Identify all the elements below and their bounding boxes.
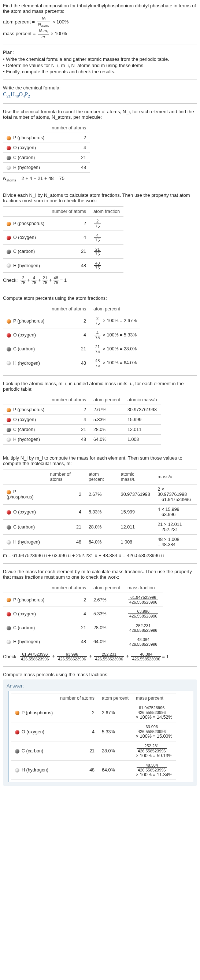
col-number: number of atoms xyxy=(48,123,90,133)
divider xyxy=(3,290,197,290)
element-swatch xyxy=(6,347,11,352)
table-row: C (carbon)2128.0%12.01121 × 12.011= 252.… xyxy=(3,520,197,535)
element-cell: P (phosphorus) xyxy=(3,405,48,415)
table-row: C (carbon)212175 × 100% = 28.0% xyxy=(3,342,140,356)
count-cell: 4 xyxy=(56,722,98,741)
element-swatch xyxy=(6,146,11,150)
col-number: number of atoms xyxy=(48,207,90,216)
percent-cell: 64.0% xyxy=(98,760,132,780)
table-row: C (carbon)212175 xyxy=(3,245,124,258)
massu-cell: 2 × 30.973761998= 61.947523996 xyxy=(154,485,197,505)
percent-cell: 475 × 100% = 5.33% xyxy=(90,328,140,342)
percent-cell: 64.0% xyxy=(85,535,117,550)
element-cell: O (oxygen) xyxy=(3,415,48,425)
percent-cell: 5.33% xyxy=(98,722,132,741)
chemical-formula: C21H48O4P2 xyxy=(3,91,197,98)
table-atom-counts: number of atoms P (phosphorus)2O (oxygen… xyxy=(3,123,90,173)
fraction: 275 xyxy=(94,219,101,228)
element-swatch xyxy=(6,490,11,495)
element-swatch xyxy=(6,612,11,616)
count-atoms-text: Use the chemical formula to count the nu… xyxy=(3,109,197,120)
fraction: 475 xyxy=(94,331,101,340)
element-swatch xyxy=(6,361,11,365)
col-atom-percent: atom percent xyxy=(98,694,132,703)
col-atom-percent: atom percent xyxy=(90,583,124,593)
count-cell: 48 xyxy=(46,535,85,550)
element-swatch xyxy=(15,730,19,735)
col-number: number of atoms xyxy=(56,694,98,703)
count-cell: 4 xyxy=(48,143,90,153)
percent-cell: 64.0% xyxy=(90,635,124,649)
element-cell: O (oxygen) xyxy=(3,505,46,520)
count-cell: 4 xyxy=(46,505,85,520)
col-number: number of atoms xyxy=(48,583,90,593)
element-swatch xyxy=(6,264,11,268)
table-row: O (oxygen)45.33%15.999 xyxy=(3,415,161,425)
write-formula-text: Write the chemical formula: xyxy=(3,85,197,91)
table-mass-percents: number of atomsatom percentmass percent … xyxy=(11,693,176,780)
mass-fraction-cell: 61.947523996426.558523996 xyxy=(124,593,163,607)
percent-cell: 5.33% xyxy=(90,607,124,621)
fraction: 2175 xyxy=(94,345,101,354)
element-cell: H (hydrogen) xyxy=(3,259,48,273)
count-cell: 21 xyxy=(48,425,90,435)
table-row: O (oxygen)4475 xyxy=(3,231,124,245)
element-cell: H (hydrogen) xyxy=(3,635,48,649)
element-swatch xyxy=(6,626,11,630)
compute-atom-pct-text: Compute atom percents using the atom fra… xyxy=(3,295,197,301)
fraction: 63.996426.558523996 xyxy=(128,609,158,618)
count-cell: 2 xyxy=(48,216,90,231)
element-cell: C (carbon) xyxy=(11,741,56,760)
count-cell: 2 xyxy=(48,314,90,328)
count-cell: 2 xyxy=(56,703,98,722)
element-swatch xyxy=(6,319,11,324)
element-cell: H (hydrogen) xyxy=(3,356,48,370)
element-cell: C (carbon) xyxy=(3,621,48,635)
element-cell: H (hydrogen) xyxy=(3,435,48,445)
element-cell: O (oxygen) xyxy=(3,231,48,245)
percent-cell: 2.67% xyxy=(98,703,132,722)
fraction: 4875 xyxy=(94,261,101,270)
plan-item: Write the chemical formula and gather at… xyxy=(3,56,197,62)
plan-item: Determine values for N_i, m_i, N_atoms a… xyxy=(3,63,197,68)
divider xyxy=(3,563,197,564)
fraction: 61.947523996426.558523996 xyxy=(20,652,50,661)
count-cell: 2 xyxy=(46,485,85,505)
element-swatch xyxy=(6,510,11,515)
fraction: 48.384426.558523996 xyxy=(137,763,167,772)
fraction: 63.996426.558523996 xyxy=(57,652,87,661)
element-swatch xyxy=(6,540,11,545)
mass-cell: 12.011 xyxy=(124,425,161,435)
fraction: 63.996426.558523996 xyxy=(137,725,167,734)
element-swatch xyxy=(6,428,11,432)
count-cell: 21 xyxy=(48,342,90,356)
percent-cell: 28.0% xyxy=(85,520,117,535)
multiply-text: Multiply N_i by m_i to compute the mass … xyxy=(3,455,197,466)
col-atom-percent: atom percent xyxy=(90,395,124,405)
mass-cell: 12.011 xyxy=(117,520,154,535)
answer-box: Answer: number of atomsatom percentmass … xyxy=(3,679,197,786)
percent-cell: 28.0% xyxy=(90,621,124,635)
fraction: 4875 xyxy=(94,358,101,368)
table-row: P (phosphorus)22.67%30.9737619982 × 30.9… xyxy=(3,485,197,505)
check-atom-fractions: Check: 275 + 475 + 2175 + 4875 = 1 xyxy=(3,275,197,285)
table-row: P (phosphorus)2 xyxy=(3,133,90,143)
count-cell: 48 xyxy=(48,162,90,172)
count-cell: 2 xyxy=(48,405,90,415)
fraction: 252.231426.558523996 xyxy=(137,744,167,753)
col-mass-percent: mass percent xyxy=(132,694,176,703)
fraction: Ni Natoms xyxy=(37,16,50,28)
col-mass-fraction: mass fraction xyxy=(124,583,163,593)
mass-fraction-cell: 252.231426.558523996 xyxy=(124,621,163,635)
col-atom-fraction: atom fraction xyxy=(90,207,124,216)
percent-cell: 2.67% xyxy=(90,405,124,415)
fraction-cell: 475 xyxy=(90,231,124,245)
fraction: 252.231426.558523996 xyxy=(94,652,124,661)
divider xyxy=(3,103,197,104)
percent-cell: 5.33% xyxy=(90,415,124,425)
table-row: P (phosphorus)22.67%30.973761998 xyxy=(3,405,161,415)
fraction: Ni mi m xyxy=(38,29,49,39)
count-cell: 4 xyxy=(48,328,90,342)
element-swatch xyxy=(6,333,11,337)
intro-text: Find the elemental composition for tribu… xyxy=(3,3,197,14)
